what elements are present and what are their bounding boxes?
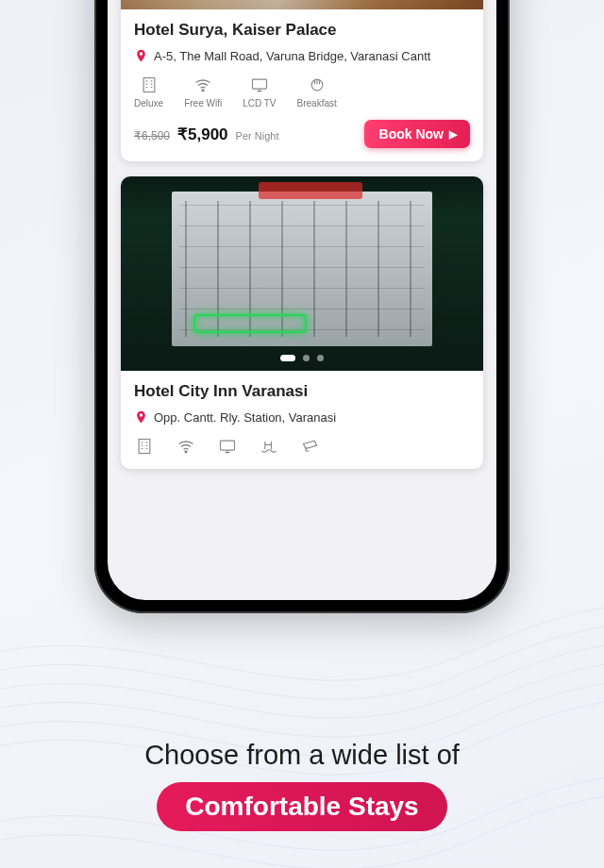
amenity-label: Breakfast — [297, 98, 337, 108]
carousel-dot[interactable] — [303, 355, 310, 361]
amenity-item — [176, 437, 196, 456]
svg-rect-0 — [143, 78, 155, 92]
hotel-card[interactable]: Hotel City Inn Varanasi Opp. Cantt. Rly.… — [121, 176, 483, 469]
location-pin-icon — [134, 409, 148, 426]
svg-rect-4 — [139, 440, 150, 454]
cctv-icon — [300, 437, 321, 456]
tv-icon — [249, 75, 270, 94]
amenity-item — [217, 437, 238, 456]
building-icon — [139, 75, 159, 94]
amenity-wifi: Free Wifi — [184, 75, 222, 108]
hotel-name: Hotel Surya, Kaiser Palace — [134, 21, 470, 40]
tv-icon — [217, 437, 238, 456]
phone-screen: Hotel Surya, Kaiser Palace A-5, The Mall… — [108, 0, 496, 600]
amenity-item — [259, 437, 279, 456]
wifi-icon — [193, 75, 213, 94]
amenity-label: LCD TV — [243, 98, 276, 108]
price-new: ₹5,900 — [177, 125, 228, 144]
building-icon — [134, 437, 155, 456]
book-now-button[interactable]: Book Now ▶ — [364, 120, 470, 148]
hotel-address: Opp. Cantt. Rly. Station, Varanasi — [154, 410, 336, 425]
amenities-row — [134, 437, 470, 456]
price-block: ₹6,500 ₹5,900 Per Night — [134, 125, 278, 144]
book-now-label: Book Now — [379, 126, 444, 142]
hotel-neon-illustration — [193, 314, 307, 333]
svg-point-5 — [185, 451, 187, 453]
hotel-image-carousel[interactable] — [121, 176, 483, 371]
carousel-dot[interactable] — [317, 355, 324, 361]
hotel-sign-illustration — [259, 182, 362, 199]
breakfast-icon — [307, 75, 327, 94]
pool-icon — [259, 437, 279, 456]
svg-rect-2 — [252, 79, 266, 89]
amenity-deluxe: Deluxe — [134, 75, 163, 108]
amenity-item — [300, 437, 321, 456]
svg-rect-6 — [221, 441, 235, 450]
hotel-image-carousel[interactable] — [121, 0, 483, 9]
wifi-icon — [176, 437, 196, 456]
tagline-line1: Choose from a wide list of — [0, 740, 604, 771]
amenity-item — [134, 437, 155, 456]
hotel-address: A-5, The Mall Road, Varuna Bridge, Varan… — [154, 49, 430, 63]
carousel-dots[interactable] — [280, 355, 324, 361]
hotel-list[interactable]: Hotel Surya, Kaiser Palace A-5, The Mall… — [108, 0, 496, 484]
amenity-label: Deluxe — [134, 98, 163, 108]
amenities-row: Deluxe Free Wifi — [134, 75, 470, 108]
marketing-tagline: Choose from a wide list of Comfortable S… — [0, 740, 604, 831]
carousel-dot-active[interactable] — [280, 355, 295, 361]
hotel-card[interactable]: Hotel Surya, Kaiser Palace A-5, The Mall… — [121, 0, 483, 161]
hotel-name: Hotel City Inn Varanasi — [134, 382, 470, 401]
phone-mockup: Hotel Surya, Kaiser Palace A-5, The Mall… — [94, 0, 510, 613]
tagline-pill: Comfortable Stays — [157, 782, 446, 831]
chevron-right-icon: ▶ — [449, 128, 457, 141]
price-per: Per Night — [236, 130, 279, 142]
price-old: ₹6,500 — [134, 129, 170, 142]
amenity-tv: LCD TV — [243, 75, 276, 108]
amenity-label: Free Wifi — [184, 98, 222, 108]
svg-point-1 — [202, 90, 204, 92]
location-pin-icon — [134, 47, 148, 64]
amenity-breakfast: Breakfast — [297, 75, 337, 108]
